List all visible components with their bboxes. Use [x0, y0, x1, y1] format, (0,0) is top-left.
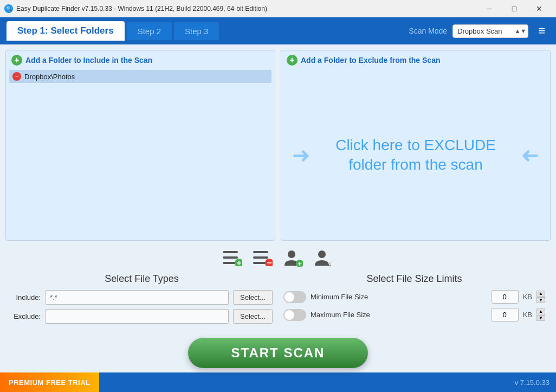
include-file-types-row: Include: Select... — [11, 290, 273, 305]
file-section-row: Select File Types Include: Select... Exc… — [11, 273, 545, 328]
version-label: v 7.15.0.33 — [515, 378, 556, 387]
exclude-file-types-label: Exclude: — [11, 312, 41, 320]
min-size-toggle[interactable] — [283, 291, 306, 303]
close-button[interactable]: ✕ — [527, 0, 552, 17]
header-right: Scan Mode Dropbox Scan Full Scan Quick S… — [409, 22, 549, 40]
min-size-input[interactable] — [492, 290, 519, 304]
max-size-spinner: ▲ ▼ — [536, 309, 545, 321]
exclude-panel[interactable]: + Add a Folder to Exclude from the Scan … — [281, 50, 551, 241]
add-include-button[interactable]: + — [221, 246, 244, 270]
min-size-spinner: ▲ ▼ — [536, 291, 545, 303]
svg-text:↓: ↓ — [328, 259, 332, 267]
toolbar-row: + − + ↓ — [5, 241, 551, 273]
file-types-title: Select File Types — [11, 273, 273, 285]
add-include-folder-icon[interactable]: + — [11, 55, 22, 66]
remove-list-icon: − — [253, 250, 273, 266]
main-content: + Add a Folder to Include in the Scan − … — [0, 44, 556, 372]
step3-tab[interactable]: Step 3 — [174, 22, 219, 40]
add-exclude-folder-icon[interactable]: + — [287, 55, 298, 66]
menu-button[interactable]: ≡ — [534, 22, 549, 40]
include-select-button[interactable]: Select... — [233, 290, 273, 305]
svg-rect-1 — [223, 256, 238, 259]
include-panel-title: Add a Folder to Include in the Scan — [25, 56, 152, 65]
step2-tab[interactable]: Step 2 — [127, 22, 172, 40]
exclude-placeholder-area: ➜ Click here to EXCLUDE folder from the … — [281, 70, 550, 240]
svg-text:+: + — [298, 260, 302, 267]
add-user-icon: + — [283, 249, 303, 267]
window-controls: ─ □ ✕ — [477, 0, 552, 17]
list-item[interactable]: − Dropbox\Photos — [9, 70, 271, 83]
scan-mode-select[interactable]: Dropbox Scan Full Scan Quick Scan Custom… — [452, 24, 528, 38]
header: Step 1: Select Folders Step 2 Step 3 Sca… — [0, 17, 556, 44]
max-file-size-row: Maximum File Size KB ▲ ▼ — [283, 308, 545, 322]
scan-mode-wrapper: Dropbox Scan Full Scan Quick Scan Custom… — [452, 24, 528, 38]
bottom-section: Select File Types Include: Select... Exc… — [5, 273, 551, 332]
min-size-label: Minimum File Size — [311, 293, 487, 301]
max-size-down[interactable]: ▼ — [536, 315, 545, 321]
file-size-panel: Select File Size Limits Minimum File Siz… — [283, 273, 545, 326]
exclude-file-types-row: Exclude: Select... — [11, 309, 273, 324]
max-size-unit: KB — [523, 311, 532, 319]
scan-mode-label: Scan Mode — [409, 27, 447, 35]
panels-row: + Add a Folder to Include in the Scan − … — [5, 50, 551, 241]
include-file-types-label: Include: — [11, 293, 41, 301]
exclude-select-button[interactable]: Select... — [233, 309, 273, 324]
exclude-panel-header: + Add a Folder to Exclude from the Scan — [281, 50, 550, 70]
exclude-panel-title: Add a Folder to Exclude from the Scan — [301, 56, 440, 65]
import-icon: ↓ — [314, 249, 333, 267]
title-bar-left: 🔍 Easy Duplicate Finder v7.15.0.33 - Win… — [4, 4, 267, 13]
include-panel: + Add a Folder to Include in the Scan − … — [5, 50, 275, 241]
max-size-up[interactable]: ▲ — [536, 309, 545, 314]
remove-folder-icon[interactable]: − — [12, 72, 21, 81]
start-scan-button[interactable]: START SCAN — [188, 338, 368, 368]
add-list-icon: + — [223, 250, 242, 266]
right-arrow-icon: ➜ — [521, 143, 539, 168]
include-file-types-input[interactable] — [45, 290, 229, 305]
app-icon: 🔍 — [4, 4, 13, 13]
import-button[interactable]: ↓ — [312, 246, 335, 270]
app-title: Easy Duplicate Finder v7.15.0.33 - Windo… — [16, 5, 267, 12]
max-size-input[interactable] — [492, 308, 519, 322]
left-arrow-icon: ➜ — [292, 143, 311, 168]
svg-rect-5 — [253, 251, 268, 253]
min-size-down[interactable]: ▼ — [536, 297, 545, 303]
step1-tab[interactable]: Step 1: Select Folders — [7, 21, 125, 41]
title-bar: 🔍 Easy Duplicate Finder v7.15.0.33 - Win… — [0, 0, 556, 17]
svg-point-10 — [288, 250, 295, 258]
max-size-toggle[interactable] — [283, 309, 306, 321]
file-size-title: Select File Size Limits — [283, 273, 545, 285]
svg-text:−: − — [267, 258, 271, 266]
svg-rect-6 — [253, 256, 268, 259]
min-file-size-row: Minimum File Size KB ▲ ▼ — [283, 290, 545, 304]
min-size-up[interactable]: ▲ — [536, 291, 545, 297]
folder-path: Dropbox\Photos — [24, 73, 75, 81]
add-user-button[interactable]: + — [281, 246, 305, 270]
remove-include-button[interactable]: − — [251, 246, 275, 270]
min-size-toggle-knob — [285, 292, 294, 302]
include-folder-list: − Dropbox\Photos — [6, 70, 275, 240]
file-types-panel: Select File Types Include: Select... Exc… — [11, 273, 273, 328]
svg-rect-0 — [223, 251, 238, 253]
max-size-toggle-knob — [285, 310, 294, 320]
svg-text:+: + — [237, 259, 241, 266]
max-size-label: Maximum File Size — [311, 311, 487, 319]
min-size-unit: KB — [523, 293, 532, 301]
minimize-button[interactable]: ─ — [477, 0, 502, 17]
include-panel-header: + Add a Folder to Include in the Scan — [6, 50, 275, 70]
exclude-file-types-input[interactable] — [45, 309, 229, 324]
start-scan-row: START SCAN — [5, 332, 551, 372]
maximize-button[interactable]: □ — [502, 0, 527, 17]
svg-point-13 — [318, 250, 326, 258]
premium-badge: PREMIUM FREE TRIAL — [0, 372, 99, 392]
footer: PREMIUM FREE TRIAL v 7.15.0.33 — [0, 372, 556, 392]
exclude-placeholder-text: Click here to EXCLUDE folder from the sc… — [319, 136, 512, 175]
